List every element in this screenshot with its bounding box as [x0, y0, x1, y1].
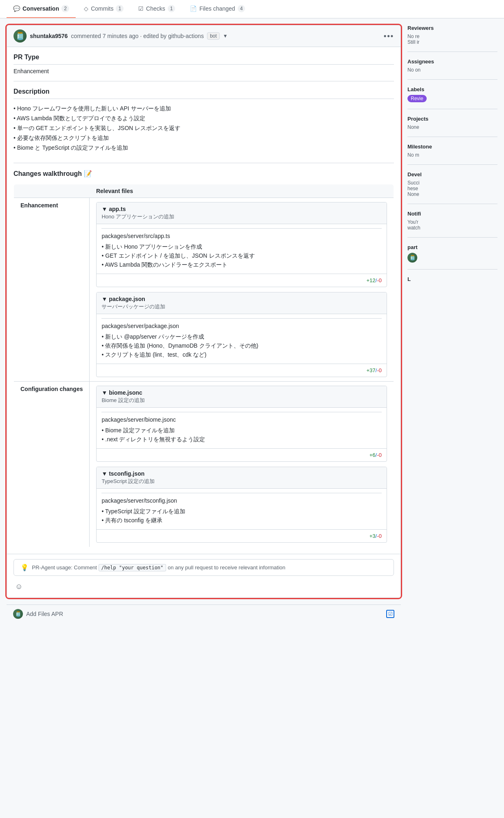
- avatar: 🫙: [14, 29, 27, 43]
- sidebar-participant-avatar: 🫙: [407, 253, 417, 263]
- sidebar: Reviewers No re Still ir Assignees No on…: [407, 25, 497, 623]
- sidebar-development-note: hese: [407, 186, 497, 191]
- file-path-tsconfig: packages/server/tsconfig.json: [101, 497, 382, 504]
- sidebar-projects-value: None: [407, 124, 497, 130]
- changes-table: Relevant files Enhancement: [14, 184, 394, 547]
- file-arrow-icon: ▼: [101, 389, 109, 396]
- table-row: Enhancement ▼ app.ts Hono アプリケーシ: [14, 198, 394, 382]
- comment-footer: 💡 PR-Agent usage: Comment /help "your qu…: [7, 554, 400, 598]
- files-changed-count: 4: [238, 5, 245, 12]
- pr-agent-text: PR-Agent usage: Comment /help "your ques…: [32, 564, 286, 571]
- file-bullets-biome: Biome 設定ファイルを追加 .next ディレクトリを無視するよう設定: [101, 426, 382, 444]
- comment-card: 🫙 shuntaka9576 commented 7 minutes ago ·…: [7, 25, 401, 598]
- list-item: Biome 設定ファイルを追加: [101, 426, 382, 435]
- file-header-biome: ▼ biome.jsonc Biome 設定の追加: [97, 386, 387, 408]
- list-item: 新しい @app/server パッケージを作成: [101, 333, 382, 342]
- tab-files-changed[interactable]: 📄 Files changed 4: [183, 0, 252, 18]
- list-item: スクリプトを追加 (lint、test、cdk など): [101, 351, 382, 360]
- bottom-add-bar: 🫙 Add Files APR ☑: [7, 605, 401, 623]
- sidebar-reviewers-value: No re: [407, 34, 497, 39]
- files-icon: 📄: [190, 5, 197, 12]
- file-footer-package-json: +37/-0: [97, 364, 387, 377]
- sidebar-reviewers-note: Still ir: [407, 39, 497, 45]
- main-layout: 🫙 shuntaka9576 commented 7 minutes ago ·…: [0, 18, 504, 629]
- file-footer-tsconfig: +3/-0: [97, 530, 387, 542]
- file-body-package-json: packages/server/package.json 新しい @app/se…: [97, 314, 387, 364]
- separator: [14, 81, 394, 81]
- file-bullets-tsconfig: TypeScript 設定ファイルを追加 共有の tsconfig を継承: [101, 507, 382, 525]
- file-name-biome: ▼ biome.jsonc: [101, 389, 382, 396]
- sidebar-participants-label: part: [407, 244, 497, 250]
- list-item: .next ディレクトリを無視するよう設定: [101, 435, 382, 444]
- checkbox-icon[interactable]: ☑: [386, 610, 394, 618]
- dropdown-arrow-icon[interactable]: ▼: [223, 33, 228, 39]
- list-item: GET エンドポイント / を追加し、JSON レスポンスを返す: [101, 252, 382, 261]
- more-options-button[interactable]: •••: [384, 32, 394, 40]
- file-arrow-icon: ▼: [101, 470, 109, 477]
- file-name-app-ts: ▼ app.ts: [101, 206, 382, 212]
- table-col-type: [14, 184, 90, 198]
- sidebar-projects: Projects None: [407, 116, 497, 137]
- description-heading: Description: [14, 88, 394, 99]
- file-bullets-package-json: 新しい @app/server パッケージを作成 依存関係を追加 (Hono、D…: [101, 333, 382, 360]
- pr-type-section: PR Type Enhancement: [14, 54, 394, 74]
- file-desc-package-json: サーバーパッケージの追加: [101, 303, 382, 310]
- file-header-tsconfig: ▼ tsconfig.json TypeScript 設定の追加: [97, 467, 387, 489]
- sidebar-reviewers-label: Reviewers: [407, 25, 497, 31]
- row-type-enhancement: Enhancement: [14, 198, 90, 382]
- description-section: Description Hono フレームワークを使用した新しい API サーバ…: [14, 88, 394, 153]
- list-item: Biome と TypeScript の設定ファイルを追加: [14, 143, 394, 153]
- pr-agent-usage-box: 💡 PR-Agent usage: Comment /help "your qu…: [14, 559, 394, 576]
- row-files-config: ▼ biome.jsonc Biome 設定の追加 packages/serve…: [90, 382, 394, 547]
- checks-icon: ☑: [138, 5, 144, 12]
- list-item: AWS Lambda 関数としてデプロイできるよう設定: [14, 114, 394, 124]
- list-item: 単一の GET エンドポイントを実装し、JSON レスポンスを返す: [14, 124, 394, 133]
- commits-icon: ◇: [84, 5, 88, 12]
- list-item: 必要な依存関係とスクリプトを追加: [14, 133, 394, 143]
- sidebar-projects-label: Projects: [407, 116, 497, 122]
- sidebar-development-label: Devel: [407, 171, 497, 178]
- sidebar-milestone-value: No m: [407, 152, 497, 158]
- sidebar-assignees-value: No on: [407, 67, 497, 73]
- tab-checks[interactable]: ☑ Checks 1: [132, 0, 182, 18]
- diff-link-biome[interactable]: +6/-0: [369, 452, 382, 458]
- sidebar-lock: L: [407, 276, 497, 291]
- diff-link-package-json[interactable]: +37/-0: [367, 367, 382, 373]
- file-section-biome: ▼ biome.jsonc Biome 設定の追加 packages/serve…: [96, 386, 387, 462]
- bottom-avatar: 🫙: [13, 609, 23, 619]
- tab-conversation[interactable]: 💬 Conversation 2: [7, 0, 76, 18]
- bot-badge: bot: [207, 32, 220, 40]
- file-footer-app-ts: +12/-0: [97, 274, 387, 287]
- file-body-app-ts: packages/server/src/app.ts 新しい Hono アプリケ…: [97, 224, 387, 274]
- conversation-count: 2: [61, 5, 69, 12]
- description-list: Hono フレームワークを使用した新しい API サーバーを追加 AWS Lam…: [14, 104, 394, 153]
- file-name-tsconfig: ▼ tsconfig.json: [101, 470, 382, 477]
- sidebar-milestone: Milestone No m: [407, 144, 497, 165]
- bulb-icon: 💡: [20, 564, 29, 571]
- sidebar-lock-label: L: [407, 276, 497, 282]
- sidebar-reviewers: Reviewers No re Still ir: [407, 25, 497, 52]
- file-path-app-ts: packages/server/src/app.ts: [101, 233, 382, 239]
- diff-link-tsconfig[interactable]: +3/-0: [369, 533, 382, 539]
- pr-type-heading: PR Type: [14, 54, 394, 65]
- table-row: Configuration changes ▼ biome.jsonc: [14, 382, 394, 547]
- comment-header-left: 🫙 shuntaka9576 commented 7 minutes ago ·…: [14, 29, 228, 43]
- pr-type-value: Enhancement: [14, 68, 394, 74]
- row-files-enhancement: ▼ app.ts Hono アプリケーションの追加 packages/serve…: [90, 198, 394, 382]
- comment-body: PR Type Enhancement Description Hono フレー…: [7, 47, 400, 554]
- emoji-reaction-button[interactable]: ☺: [14, 581, 394, 593]
- changes-title: Changes walkthrough 📝: [14, 170, 394, 178]
- file-bullets-app-ts: 新しい Hono アプリケーションを作成 GET エンドポイント / を追加し、…: [101, 243, 382, 270]
- list-item: 依存関係を追加 (Hono、DynamoDB クライアント、その他): [101, 342, 382, 351]
- conversation-icon: 💬: [13, 5, 20, 12]
- table-col-files: Relevant files: [90, 184, 394, 198]
- row-type-config: Configuration changes: [14, 382, 90, 547]
- file-header-app-ts: ▼ app.ts Hono アプリケーションの追加: [97, 202, 387, 224]
- diff-link-app-ts[interactable]: +12/-0: [367, 277, 382, 283]
- comment-username: shuntaka9576: [30, 33, 68, 39]
- sidebar-notifications-label: Notifi: [407, 211, 497, 217]
- tab-commits[interactable]: ◇ Commits 1: [77, 0, 130, 18]
- commits-count: 1: [116, 5, 124, 12]
- file-body-biome: packages/server/biome.jsonc Biome 設定ファイル…: [97, 408, 387, 449]
- file-arrow-icon: ▼: [101, 296, 109, 302]
